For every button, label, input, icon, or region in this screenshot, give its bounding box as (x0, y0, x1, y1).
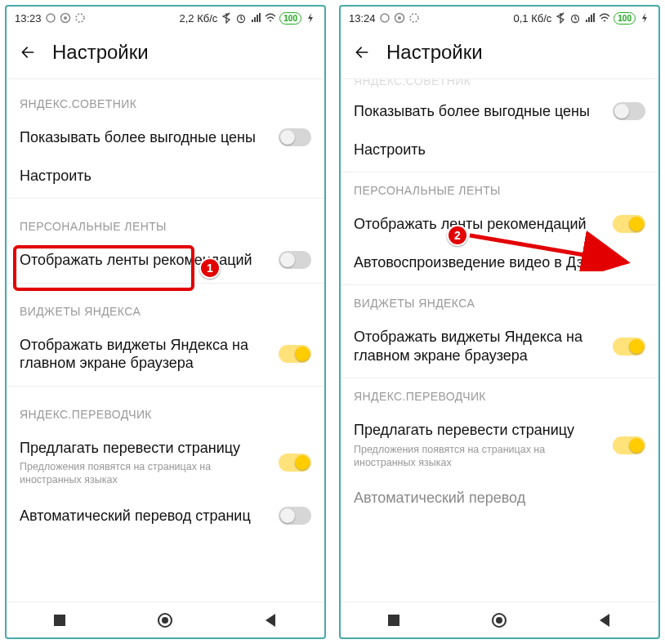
nav-home-icon[interactable] (490, 611, 508, 629)
toggle-show-widgets[interactable] (613, 338, 645, 356)
divider (7, 283, 324, 284)
status-bar: 13:24 0,1 Кб/с 100 (341, 7, 658, 29)
header: Настройки (341, 29, 658, 79)
wifi-icon (265, 12, 276, 24)
status-dot-icon (379, 12, 391, 24)
row-advisor-configure[interactable]: Настроить (7, 157, 324, 195)
row-show-better-prices[interactable]: Показывать более выгодные цены (7, 119, 324, 157)
svg-point-8 (381, 14, 389, 22)
row-label: Отображать виджеты Яндекса на главном эк… (354, 328, 603, 364)
row-show-feeds[interactable]: Отображать ленты рекомендаций (7, 241, 324, 280)
settings-scroll[interactable]: ЯНДЕКС.СОВЕТНИК Показывать более выгодны… (341, 79, 658, 602)
toggle-better-prices[interactable] (279, 128, 311, 146)
row-label: Показывать более выгодные цены (20, 128, 269, 147)
section-advisor-title: ЯНДЕКС.СОВЕТНИК (7, 79, 324, 119)
back-icon[interactable] (20, 44, 36, 60)
alarm-icon (235, 12, 247, 24)
battery-icon: 100 (279, 12, 301, 25)
row-label: Автоматический перевод страниц (20, 507, 269, 525)
toggle-auto-translate[interactable] (279, 507, 311, 525)
android-navbar (341, 602, 658, 637)
signal-icon (584, 12, 596, 24)
svg-point-0 (47, 14, 55, 22)
toggle-offer-translate[interactable] (613, 436, 645, 454)
row-label: Автовоспроизведение видео в Дзене (354, 253, 645, 272)
status-net-speed: 2,2 Кб/с (179, 12, 217, 25)
row-advisor-configure[interactable]: Настроить (341, 131, 658, 169)
row-label: Настроить (354, 141, 645, 159)
phone-right: 13:24 0,1 Кб/с 100 Настройки ЯНДЕКС.СОВЕ… (339, 5, 660, 639)
row-label: Предлагать перевести страницу (354, 421, 603, 440)
row-label: Предлагать перевести страницу (20, 439, 269, 458)
page-title: Настройки (52, 41, 149, 64)
section-advisor-title-cutoff: ЯНДЕКС.СОВЕТНИК (341, 79, 658, 92)
svg-point-15 (496, 617, 502, 624)
section-feeds-title: ПЕРСОНАЛЬНЫЕ ЛЕНТЫ (341, 176, 658, 205)
status-time: 13:24 (349, 12, 376, 25)
status-net-speed: 0,1 Кб/с (513, 12, 551, 25)
nav-home-icon[interactable] (156, 611, 174, 629)
divider (341, 172, 658, 172)
row-label: Показывать более выгодные цены (354, 102, 603, 121)
toggle-show-feeds[interactable] (613, 215, 645, 233)
svg-rect-5 (54, 615, 65, 626)
row-autoplay-video-zen[interactable]: Автовоспроизведение видео в Дзене (341, 244, 658, 282)
row-sublabel: Предложения появятся на страницах на ино… (20, 460, 269, 487)
back-icon[interactable] (354, 44, 370, 60)
svg-point-3 (76, 14, 84, 22)
row-auto-translate[interactable]: Автоматический перевод (341, 479, 658, 517)
row-offer-translate[interactable]: Предлагать перевести страницу Предложени… (341, 411, 658, 479)
toggle-better-prices[interactable] (613, 102, 645, 120)
svg-point-2 (64, 16, 67, 20)
charge-icon (305, 12, 316, 24)
row-label: Отображать виджеты Яндекса на главном эк… (20, 336, 269, 373)
section-translate-title: ЯНДЕКС.ПЕРЕВОДЧИК (341, 382, 658, 411)
status-bar: 13:23 2,2 Кб/с 10 (7, 7, 324, 29)
row-label: Настроить (20, 167, 311, 186)
page-title: Настройки (386, 41, 483, 64)
row-show-widgets[interactable]: Отображать виджеты Яндекса на главном эк… (341, 318, 658, 374)
row-show-widgets[interactable]: Отображать виджеты Яндекса на главном эк… (7, 326, 324, 382)
section-widgets-title: ВИДЖЕТЫ ЯНДЕКСА (341, 288, 658, 318)
toggle-offer-translate[interactable] (279, 454, 311, 472)
status-gear-icon (394, 12, 405, 24)
row-show-feeds[interactable]: Отображать ленты рекомендаций (341, 205, 658, 244)
signal-icon (250, 12, 261, 24)
row-show-better-prices[interactable]: Показывать более выгодные цены (341, 92, 658, 131)
toggle-show-widgets[interactable] (279, 345, 311, 363)
status-time: 13:23 (15, 12, 42, 25)
divider (7, 198, 324, 199)
status-misc-icon (408, 12, 420, 24)
charge-icon (639, 12, 650, 24)
svg-point-7 (162, 617, 168, 624)
divider (341, 378, 658, 378)
section-widgets-title: ВИДЖЕТЫ ЯНДЕКСА (7, 287, 324, 326)
bluetooth-icon (555, 12, 566, 24)
nav-recents-icon[interactable] (51, 611, 69, 629)
nav-recents-icon[interactable] (385, 611, 403, 629)
section-translate-title: ЯНДЕКС.ПЕРЕВОДЧИК (7, 390, 324, 429)
section-feeds-title: ПЕРСОНАЛЬНЫЕ ЛЕНТЫ (7, 202, 324, 241)
row-label: Автоматический перевод (354, 489, 645, 508)
divider (341, 284, 658, 285)
android-navbar (7, 602, 324, 637)
status-dot-icon (45, 12, 56, 24)
row-offer-translate[interactable]: Предлагать перевести страницу Предложени… (7, 429, 324, 497)
svg-point-10 (398, 16, 401, 20)
alarm-icon (569, 12, 581, 24)
settings-scroll[interactable]: ЯНДЕКС.СОВЕТНИК Показывать более выгодны… (7, 79, 324, 602)
nav-back-icon[interactable] (596, 611, 614, 629)
bluetooth-icon (221, 12, 232, 24)
nav-back-icon[interactable] (262, 611, 280, 629)
toggle-show-feeds[interactable] (279, 251, 311, 269)
wifi-icon (599, 12, 610, 24)
battery-icon: 100 (614, 12, 636, 25)
row-label: Отображать ленты рекомендаций (354, 215, 603, 234)
divider (7, 386, 324, 387)
row-label: Отображать ленты рекомендаций (20, 251, 269, 270)
svg-rect-13 (388, 615, 399, 626)
row-auto-translate[interactable]: Автоматический перевод страниц (7, 497, 324, 535)
svg-point-11 (410, 14, 418, 22)
status-misc-icon (74, 12, 86, 24)
status-gear-icon (60, 12, 71, 24)
